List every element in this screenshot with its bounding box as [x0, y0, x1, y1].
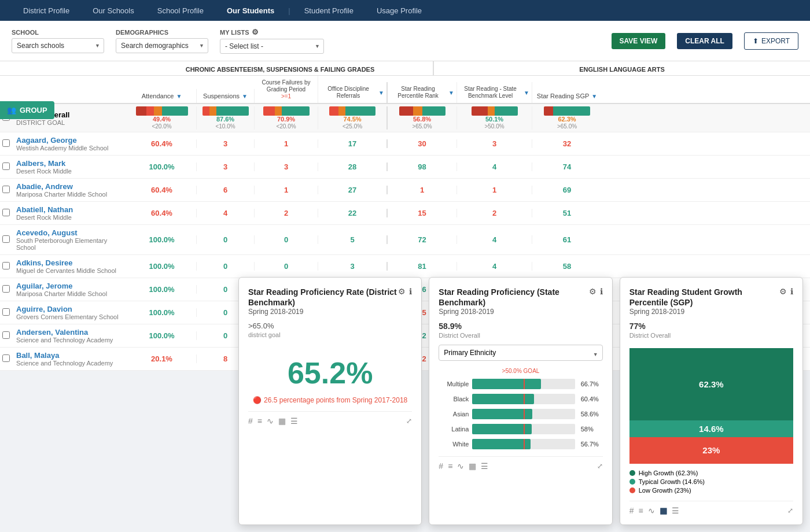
student-checkbox[interactable]: [0, 331, 12, 341]
my-lists-filter-group: MY LISTS ⚙ - Select list -: [220, 28, 324, 54]
student-attendance: 100.0%: [127, 235, 197, 244]
nav-school-profile[interactable]: School Profile: [146, 0, 215, 21]
student-suspensions: 6: [197, 186, 255, 194]
student-checkbox[interactable]: [0, 308, 12, 317]
card2-info-icon[interactable]: ℹ: [600, 287, 603, 296]
student-row: Aalbers, Mark Desert Rock Middle 100.0% …: [0, 156, 810, 179]
student-office: 3: [318, 262, 388, 271]
col-header-office: Office Discipline Referrals ▼: [318, 82, 388, 103]
demographics-filter-group: DEMOGRAPHICS Search demographics: [116, 29, 208, 53]
student-name-cell: Aalbers, Mark Desert Rock Middle: [12, 158, 127, 176]
student-star-rank: 81: [388, 262, 457, 271]
nav-usage-profile[interactable]: Usage Profile: [365, 0, 433, 21]
student-name-link[interactable]: Adkins, Desiree: [16, 258, 123, 267]
student-attendance: 60.4%: [127, 139, 197, 148]
suspensions-filter-icon[interactable]: ▼: [242, 93, 248, 99]
student-checkbox[interactable]: [0, 262, 12, 271]
card1-settings-icon[interactable]: ⚙: [398, 287, 406, 296]
student-name-link[interactable]: Aguilar, Jerome: [16, 282, 123, 290]
student-attendance: 100.0%: [127, 331, 197, 340]
student-suspensions: 3: [197, 139, 255, 148]
col-header-sgp: Star Reading SGP ▼: [532, 89, 602, 103]
demographics-select[interactable]: Search demographics: [116, 38, 208, 53]
group-button[interactable]: 👥 Our Students GROUP: [0, 101, 54, 119]
district-attendance-cell: 49.4% <20.0%: [127, 106, 197, 130]
card1-header: Star Reading Proficiency Rate (District …: [248, 287, 412, 319]
state-bench-filter-icon[interactable]: ▼: [524, 90, 529, 96]
student-attendance: 20.1%: [127, 354, 197, 363]
card3-info-icon[interactable]: ℹ: [790, 287, 793, 296]
clear-all-button[interactable]: CLEAR ALL: [677, 33, 732, 49]
district-overall-row: District Overall DISTRICT GOAL 49.4% <20…: [0, 104, 810, 132]
attendance-filter-icon[interactable]: ▼: [176, 93, 182, 99]
student-checkbox[interactable]: [0, 162, 12, 172]
student-name-link[interactable]: Aguirre, Davion: [16, 305, 123, 313]
student-school: Miguel de Cervantes Middle School: [16, 267, 123, 274]
student-name-link[interactable]: Abadie, Andrew: [16, 182, 123, 191]
student-school: South Peterborough Elementary School: [16, 237, 123, 251]
student-checkbox[interactable]: [0, 285, 12, 294]
student-name-link[interactable]: Acevedo, August: [16, 228, 123, 237]
student-name-link[interactable]: Aalbers, Mark: [16, 159, 123, 168]
card2-settings-icon[interactable]: ⚙: [589, 287, 597, 296]
student-name-cell: Adkins, Desiree Miguel de Cervantes Midd…: [12, 257, 127, 275]
student-name-link[interactable]: Abatiell, Nathan: [16, 205, 123, 214]
student-sgp: 32: [532, 139, 602, 148]
student-name-link[interactable]: Andersen, Valentina: [16, 328, 123, 337]
student-name-link[interactable]: Ball, Malaya: [16, 351, 123, 360]
student-star-rank: 98: [388, 162, 457, 171]
star-rank-filter-icon[interactable]: ▼: [448, 90, 454, 96]
card3-icons: ⚙ ℹ: [779, 287, 793, 296]
district-suspensions-cell: 87.6% <10.0%: [197, 106, 255, 130]
student-star-rank: 1: [388, 186, 457, 194]
student-name-link[interactable]: Aagaard, George: [16, 136, 123, 145]
nav-our-schools[interactable]: Our Schools: [81, 0, 146, 21]
student-school: Grovers Corners Elementary School: [16, 313, 123, 320]
student-star-rank: 72: [388, 235, 457, 244]
student-course: 0: [255, 235, 318, 244]
card2-goal-label: >50.0% GOAL: [439, 368, 602, 371]
student-checkbox[interactable]: [0, 209, 12, 218]
nav-district-profile[interactable]: District Profile: [12, 0, 81, 21]
student-course: 3: [255, 162, 318, 171]
card1-icons: ⚙ ℹ: [398, 287, 412, 296]
gear-icon[interactable]: ⚙: [252, 28, 259, 36]
student-office: 28: [318, 162, 388, 171]
export-button[interactable]: ⬆ EXPORT: [744, 32, 798, 50]
student-school: Desert Rock Middle: [16, 214, 123, 221]
ela-section-label: ENGLISH LANGUAGE ARTS: [434, 61, 810, 75]
card1-info-icon[interactable]: ℹ: [409, 287, 412, 296]
student-checkbox[interactable]: [0, 354, 12, 364]
student-attendance: 100.0%: [127, 262, 197, 271]
student-name-cell: Aagaard, George Westish Academy Middle S…: [12, 135, 127, 153]
col-header-state-bench: Star Reading - State Benchmark Level ▼: [457, 82, 532, 103]
card-sgp: Star Reading Student Growth Percentile (…: [620, 277, 803, 371]
sgp-segment: 62.3%: [629, 348, 793, 371]
nav-divider: |: [288, 6, 290, 15]
col-header-star-rank: Star Reading Percentile Rank ▼: [388, 82, 457, 103]
student-checkbox[interactable]: [0, 186, 12, 195]
student-sgp: 61: [532, 235, 602, 244]
student-checkbox[interactable]: [0, 139, 12, 149]
school-select[interactable]: Search schools: [12, 38, 104, 53]
student-attendance: 100.0%: [127, 308, 197, 317]
student-course: 1: [255, 186, 318, 194]
student-office: 5: [318, 235, 388, 244]
student-row: Abadie, Andrew Mariposa Charter Middle S…: [0, 179, 810, 202]
card3-settings-icon[interactable]: ⚙: [779, 287, 787, 296]
district-state-bench-cell: 50.1% >50.0%: [457, 106, 532, 130]
student-checkbox[interactable]: [0, 235, 12, 245]
student-state-bench: 4: [457, 235, 532, 244]
student-row: Adkins, Desiree Miguel de Cervantes Midd…: [0, 255, 810, 278]
list-select[interactable]: - Select list -: [220, 39, 324, 54]
nav-student-profile[interactable]: Student Profile: [293, 0, 365, 21]
student-sgp: 51: [532, 209, 602, 217]
card2-ethnicity-select[interactable]: Primary Ethnicity: [439, 345, 602, 361]
save-view-button[interactable]: SAVE VIEW: [612, 33, 666, 49]
nav-our-students[interactable]: Our Students: [215, 0, 286, 21]
student-office: 22: [318, 209, 388, 217]
office-filter-icon[interactable]: ▼: [378, 90, 384, 96]
student-attendance: 100.0%: [127, 285, 197, 294]
sgp-filter-icon[interactable]: ▼: [591, 93, 597, 99]
sgp-stacked-bar: 62.3%14.6%23%: [629, 348, 793, 371]
